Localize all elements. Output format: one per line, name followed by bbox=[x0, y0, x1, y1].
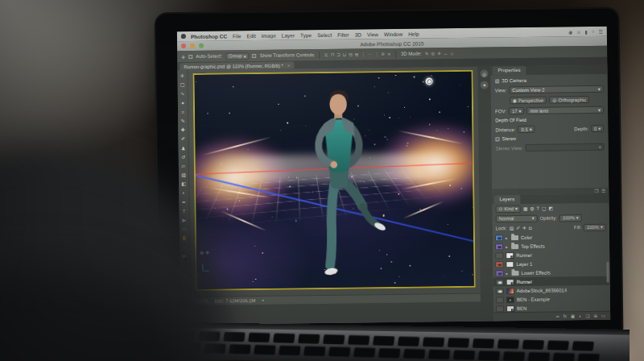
lock-pixels-icon[interactable]: ✐ bbox=[516, 226, 520, 230]
menu-image[interactable]: Image bbox=[262, 32, 276, 38]
visibility-toggle[interactable] bbox=[496, 305, 504, 312]
lock-all-icon[interactable]: ◘ bbox=[529, 226, 532, 230]
delete-layer-icon[interactable]: ▭ bbox=[601, 313, 605, 318]
menu-filter[interactable]: Filter bbox=[337, 31, 349, 37]
eyedropper-tool[interactable]: ✎ bbox=[181, 117, 185, 126]
3d-pan-icon[interactable]: ✛ bbox=[437, 51, 441, 56]
auto-select-checkbox[interactable] bbox=[188, 54, 192, 58]
depth-dropdown[interactable]: 0▾ bbox=[591, 125, 604, 132]
distribute-right-icon[interactable]: ≡ bbox=[388, 52, 390, 56]
3d-orbit-icon[interactable]: ↻ bbox=[425, 51, 429, 56]
pen-tool[interactable]: ✒ bbox=[182, 198, 186, 207]
view-dropdown[interactable]: Custom View 2▾ bbox=[509, 85, 604, 93]
lasso-tool[interactable]: ∿ bbox=[180, 89, 184, 98]
distance-dropdown[interactable]: 0.5▾ bbox=[518, 126, 535, 133]
align-right-icon[interactable]: ⊐ bbox=[336, 52, 341, 57]
magic-wand-tool[interactable]: ✦ bbox=[180, 99, 184, 108]
expand-group-icon[interactable]: ▸ bbox=[506, 271, 509, 276]
align-left-icon[interactable]: ⊏ bbox=[324, 52, 328, 57]
new-group-icon[interactable]: ❏ bbox=[585, 313, 589, 318]
collapsed-libraries-panel-icon[interactable]: ● bbox=[481, 81, 489, 89]
expand-group-icon[interactable]: ▸ bbox=[506, 244, 509, 249]
expand-group-icon[interactable]: ▸ bbox=[506, 235, 509, 240]
stereo-checkbox[interactable] bbox=[495, 137, 499, 141]
menu-help[interactable]: Help bbox=[408, 31, 419, 36]
clone-stamp-tool[interactable]: ♟ bbox=[181, 144, 186, 153]
menu-type[interactable]: Type bbox=[300, 32, 312, 38]
3d-view-widget-icon[interactable] bbox=[425, 77, 432, 85]
status-popup-arrow-icon[interactable]: ‣ bbox=[262, 298, 264, 303]
layer-mask-icon[interactable]: ▣ bbox=[571, 313, 575, 318]
blur-tool[interactable]: ◧ bbox=[181, 180, 186, 189]
link-layers-icon[interactable]: ∞ bbox=[556, 313, 559, 318]
menu-3d[interactable]: 3D bbox=[355, 31, 361, 37]
visibility-toggle[interactable] bbox=[495, 270, 503, 276]
filter-smartobject-icon[interactable]: ◩ bbox=[548, 206, 553, 211]
menu-edit[interactable]: Edit bbox=[246, 33, 255, 39]
wifi-icon[interactable]: ≋ bbox=[576, 29, 580, 35]
visibility-toggle[interactable] bbox=[496, 279, 504, 285]
panel-collapse-icon[interactable]: ❐ bbox=[594, 189, 598, 193]
visibility-toggle[interactable] bbox=[495, 261, 503, 268]
menu-file[interactable]: File bbox=[233, 33, 242, 39]
3d-roll-icon[interactable]: ◎ bbox=[431, 51, 435, 56]
perspective-button[interactable]: ◉ Perspective bbox=[510, 97, 547, 105]
fill-dropdown[interactable]: 100%▾ bbox=[584, 223, 606, 230]
opacity-dropdown[interactable]: 100%▾ bbox=[559, 214, 582, 222]
tab-properties[interactable]: Properties bbox=[492, 66, 526, 76]
new-layer-icon[interactable]: ⊞ bbox=[593, 313, 597, 318]
eraser-tool[interactable]: ▱ bbox=[181, 162, 185, 171]
brush-tool[interactable]: ✐ bbox=[181, 135, 185, 143]
collapsed-3d-panel-icon[interactable]: ◎ bbox=[480, 69, 488, 77]
distribute-top-icon[interactable]: ⋮ bbox=[361, 52, 365, 56]
dodge-tool[interactable]: ◐ bbox=[182, 189, 185, 198]
align-top-icon[interactable]: ⊔ bbox=[343, 52, 346, 57]
adjustment-layer-icon[interactable]: ◐ bbox=[579, 313, 581, 318]
crop-tool[interactable]: ⌗ bbox=[181, 108, 184, 117]
visibility-toggle[interactable] bbox=[495, 243, 503, 250]
menu-window[interactable]: Window bbox=[384, 31, 402, 36]
display-menu-icon[interactable]: ◉ bbox=[568, 29, 572, 35]
3d-scale-icon[interactable]: ◇ bbox=[450, 51, 453, 56]
visibility-toggle[interactable] bbox=[496, 297, 504, 303]
blend-mode-dropdown[interactable]: Normal▾ bbox=[496, 214, 538, 222]
apple-logo-icon[interactable] bbox=[181, 34, 186, 39]
close-tab-icon[interactable]: × bbox=[287, 63, 290, 68]
layer-row-ben[interactable]: 3 BEN bbox=[493, 303, 610, 313]
distribute-left-icon[interactable]: ⊪ bbox=[382, 52, 386, 56]
lens-dropdown[interactable]: mm lens▾ bbox=[526, 106, 604, 114]
visibility-toggle[interactable] bbox=[495, 252, 503, 259]
menu-layer[interactable]: Layer bbox=[282, 32, 295, 38]
visibility-toggle[interactable] bbox=[495, 234, 503, 241]
spotlight-icon[interactable]: ○ bbox=[592, 29, 595, 34]
lock-position-icon[interactable]: ✛ bbox=[522, 226, 526, 230]
move-tool[interactable]: ✛ bbox=[180, 72, 184, 81]
menu-photoshop[interactable]: Photoshop CC bbox=[191, 33, 227, 39]
menu-select[interactable]: Select bbox=[317, 31, 332, 37]
align-hcenter-icon[interactable]: ⊓ bbox=[331, 52, 334, 57]
layers-scrollbar[interactable] bbox=[606, 262, 609, 283]
menu-view[interactable]: View bbox=[367, 31, 378, 37]
tab-layers[interactable]: Layers bbox=[493, 195, 520, 204]
filter-pixel-icon[interactable]: ▦ bbox=[523, 206, 528, 211]
history-brush-tool[interactable]: ↺ bbox=[181, 153, 185, 162]
align-vcenter-icon[interactable]: ⊟ bbox=[349, 52, 353, 57]
filter-shape-icon[interactable]: ▢ bbox=[542, 206, 547, 211]
healing-brush-tool[interactable]: ✚ bbox=[181, 126, 185, 135]
filter-type-icon[interactable]: T bbox=[536, 206, 539, 211]
layer-styles-icon[interactable]: fx bbox=[564, 313, 567, 318]
orthographic-button[interactable]: ◎ Orthographic bbox=[549, 96, 589, 104]
panel-menu-icon[interactable]: ☰ bbox=[601, 189, 605, 193]
visibility-toggle[interactable] bbox=[496, 288, 504, 294]
distribute-bottom-icon[interactable]: ⋮ bbox=[374, 52, 379, 56]
document-canvas[interactable]: ⊕ ✛ bbox=[192, 70, 475, 291]
filter-adjustment-icon[interactable]: ◍ bbox=[530, 206, 534, 211]
fov-value-dropdown[interactable]: 17▾ bbox=[509, 107, 525, 114]
marquee-tool[interactable]: ▢ bbox=[180, 81, 185, 89]
gradient-tool[interactable]: ▨ bbox=[181, 171, 186, 180]
show-transform-checkbox[interactable] bbox=[253, 53, 257, 57]
lock-transparency-icon[interactable]: ▨ bbox=[510, 226, 514, 230]
filter-kind-dropdown[interactable]: ⊙ Kind▾ bbox=[495, 205, 520, 213]
distribute-vcenter-icon[interactable]: ⋯ bbox=[368, 52, 373, 56]
align-bottom-icon[interactable]: ⊞ bbox=[355, 52, 359, 56]
